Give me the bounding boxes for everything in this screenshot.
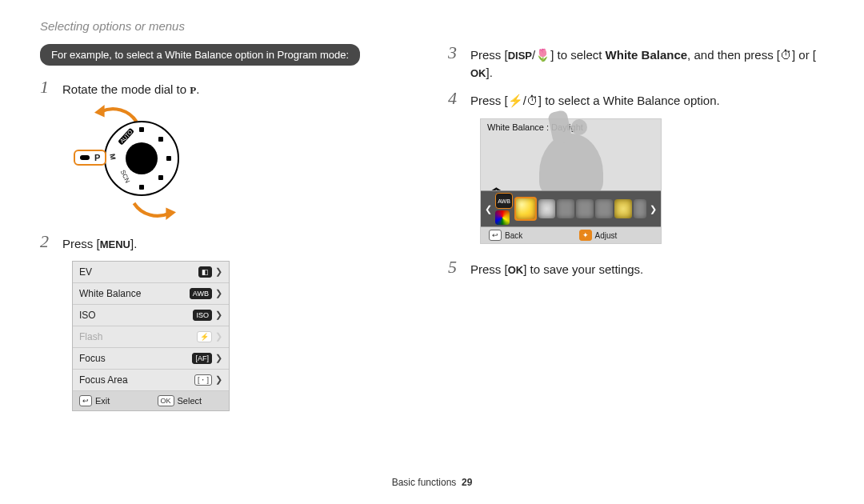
step-1-text-a: Rotate the mode dial to	[62, 82, 190, 96]
step-number: 1	[40, 78, 51, 96]
t: Press [	[470, 262, 508, 276]
menu-row-flash: Flash ⚡❯	[73, 326, 229, 348]
wb-tungsten-icon	[614, 199, 632, 218]
menu-row-wb: White Balance AWB❯	[73, 283, 229, 305]
right-column: 3 Press [DISP/🌷] to select White Balance…	[448, 44, 824, 411]
dial-arrow-bottom	[128, 198, 179, 220]
chevron-icon: ❯	[215, 288, 222, 298]
step-1-text-b: .	[196, 82, 199, 96]
menu-item-label: ISO	[79, 310, 96, 321]
step-number: 2	[40, 233, 51, 250]
timer-icon: ⏱	[526, 94, 538, 107]
menu-row-iso: ISO ISO❯	[73, 305, 229, 326]
menu-footer: ↩Exit OKSelect	[73, 391, 229, 410]
ev-icon: ◧	[198, 266, 212, 278]
dial-label-m: M	[108, 153, 117, 160]
step-1: 1 Rotate the mode dial to P.	[40, 78, 416, 98]
wb-opt-icon	[576, 199, 594, 218]
menu-item-label: Focus Area	[79, 374, 128, 386]
t: Press [	[470, 94, 508, 107]
wb-bold: White Balance	[606, 48, 688, 62]
left-column: For example, to select a White Balance o…	[40, 44, 416, 411]
focusarea-icon: [・]	[194, 374, 212, 386]
menu-key: MENU	[100, 238, 130, 253]
chevron-icon: ❯	[215, 331, 222, 342]
wb-options-strip: ❮ AWB ❯	[481, 190, 661, 227]
t: Press [	[470, 48, 508, 62]
mode-P-marker: P	[74, 150, 106, 166]
wb-daylight-icon	[514, 197, 537, 221]
back-icon: ↩	[489, 230, 502, 241]
right-caret-icon: ❯	[648, 204, 658, 214]
wb-opt-icon	[634, 199, 646, 218]
disp-key: DISP	[508, 49, 532, 64]
t: , and then press [	[687, 48, 780, 62]
step-2-text-a: Press [	[62, 237, 100, 250]
t: ].	[486, 66, 493, 79]
menu-item-label: White Balance	[79, 288, 141, 299]
wb-back-label: Back	[505, 231, 522, 240]
adjust-icon: ✦	[579, 230, 592, 241]
step-number: 3	[448, 44, 459, 62]
flash-icon: ⚡	[197, 331, 212, 342]
chevron-icon: ❯	[215, 310, 222, 320]
example-label: For example, to select a White Balance o…	[40, 44, 360, 66]
wb-opt-icon	[557, 199, 574, 218]
t: ] to select a White Balance option.	[538, 94, 720, 107]
wb-footer: ↩Back ✦Adjust	[481, 227, 661, 243]
ok-icon: OK	[158, 395, 174, 406]
af-icon: [AF]	[192, 353, 212, 364]
svg-marker-1	[166, 207, 176, 219]
timer-icon: ⏱	[780, 48, 792, 62]
macro-icon: 🌷	[535, 48, 550, 62]
step-3: 3 Press [DISP/🌷] to select White Balance…	[448, 44, 824, 82]
step-2-text-b: ].	[130, 237, 137, 250]
menu-row-focusarea: Focus Area [・]❯	[73, 370, 229, 391]
mode-dial: SCN M AUTO	[104, 121, 179, 196]
t: ] to save your settings.	[523, 262, 643, 276]
menu-row-ev: EV ◧❯	[73, 262, 229, 283]
menu-item-label: Flash	[79, 331, 102, 342]
ok-key: OK	[508, 263, 524, 278]
wb-opt-icon	[595, 199, 613, 218]
menu-item-label: Focus	[79, 353, 106, 364]
dial-label-scn: SCN	[119, 169, 131, 184]
footer-page-number: 29	[462, 477, 472, 488]
page-footer: Basic functions 29	[0, 477, 864, 488]
chevron-icon: ❯	[215, 266, 222, 277]
wb-adjust-label: Adjust	[595, 231, 618, 240]
wb-cloudy-icon	[538, 199, 556, 218]
chevron-icon: ❯	[215, 374, 222, 385]
wb-auto-icon: AWB	[495, 193, 513, 209]
menu-footer-exit: Exit	[95, 396, 110, 406]
left-caret-icon: ❮	[483, 204, 494, 214]
step-number: 5	[448, 258, 459, 276]
flash-icon: ⚡	[508, 94, 523, 107]
camera-menu-panel: EV ◧❯ White Balance AWB❯ ISO ISO❯ Flash …	[72, 261, 230, 411]
back-icon: ↩	[79, 395, 92, 406]
iso-icon: ISO	[193, 310, 212, 321]
person-silhouette	[539, 134, 603, 198]
step-5: 5 Press [OK] to save your settings.	[448, 258, 824, 278]
svg-marker-0	[94, 105, 105, 117]
dial-label-auto: AUTO	[118, 127, 134, 145]
mode-dial-illustration: SCN M AUTO P	[72, 106, 216, 218]
menu-row-focus: Focus [AF]❯	[73, 348, 229, 370]
awb-icon: AWB	[190, 288, 212, 299]
footer-section: Basic functions	[392, 477, 457, 488]
step-number: 4	[448, 90, 459, 107]
ok-key: OK	[470, 66, 486, 82]
t: ] to select	[550, 48, 605, 62]
menu-item-label: EV	[79, 266, 92, 278]
menu-footer-select: Select	[178, 396, 202, 406]
step-4: 4 Press [⚡/⏱] to select a White Balance …	[448, 90, 824, 110]
step-2: 2 Press [MENU].	[40, 233, 416, 253]
wb-rainbow-icon	[495, 210, 510, 225]
t: ] or [	[792, 48, 816, 62]
camera-preview-panel: White Balance : Daylight ❯ ❮ AWB	[480, 118, 662, 244]
header-breadcrumb: Selecting options or menus	[40, 19, 824, 33]
chevron-icon: ❯	[215, 353, 222, 363]
